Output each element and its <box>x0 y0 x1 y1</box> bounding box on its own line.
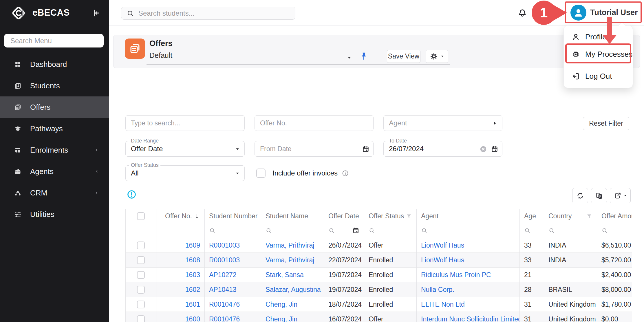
student_name-link[interactable]: Varma, Prithviraj <box>266 241 314 249</box>
export-button[interactable] <box>610 188 631 203</box>
agent-link[interactable]: Nulla Corp. <box>421 286 454 294</box>
arrow-right-icon <box>493 121 497 126</box>
header-cell-agent[interactable]: Agent <box>417 209 520 223</box>
filter-cell-offer_status[interactable] <box>364 223 417 238</box>
header-cell-age[interactable]: Age <box>520 209 544 223</box>
student_name-link[interactable]: Cheng, Jin <box>266 301 297 308</box>
student_number-link[interactable]: R0001003 <box>209 241 240 249</box>
header-cell-offer_no[interactable]: Offer No. <box>156 209 205 223</box>
chevron-down-icon[interactable] <box>347 55 352 60</box>
filter-cell-age[interactable] <box>520 223 544 238</box>
agent-filter[interactable]: Agent <box>383 115 502 131</box>
copy-button[interactable] <box>591 188 607 203</box>
include-invoices-checkbox[interactable] <box>256 169 266 178</box>
clear-icon[interactable] <box>480 145 487 153</box>
filter-cell-offer_amount[interactable] <box>597 223 632 238</box>
student_number-link[interactable]: AP10413 <box>209 286 237 294</box>
sidebar-item-pathways[interactable]: Pathways <box>0 118 109 139</box>
row-checkbox[interactable] <box>137 286 145 294</box>
header-cell-select[interactable] <box>126 209 156 223</box>
save-view-button[interactable]: Save View <box>387 50 420 63</box>
calendar-icon[interactable] <box>362 145 370 153</box>
sidebar-item-agents[interactable]: Agents <box>0 161 109 182</box>
sidebar-item-enrolments[interactable]: Enrolments <box>0 139 109 161</box>
filter-cell-student_number[interactable] <box>205 223 261 238</box>
header-cell-student_number[interactable]: Student Number <box>205 209 261 223</box>
student_number-link[interactable]: R0001003 <box>209 256 240 264</box>
from-date-input[interactable] <box>255 142 350 156</box>
sidebar-search-input[interactable] <box>4 34 104 47</box>
agent-link[interactable]: Ridiculus Mus Proin PC <box>421 271 491 279</box>
offer_no-link[interactable]: 1608 <box>185 256 200 264</box>
sidebar-item-utilities[interactable]: Utilities <box>0 204 109 225</box>
sidebar-item-students[interactable]: Students <box>0 75 109 96</box>
date-range-select[interactable]: Date Range Offer Date <box>125 141 245 157</box>
filter-cell-offer_date[interactable] <box>324 223 364 238</box>
column-search-icon <box>601 227 608 234</box>
student_name-link[interactable]: Salazar, Augustina <box>266 286 321 294</box>
filter-cell-student_name[interactable] <box>261 223 324 238</box>
row-checkbox[interactable] <box>137 241 145 249</box>
cell-age: 33 <box>520 238 544 253</box>
filter-cell-country[interactable] <box>544 223 597 238</box>
cell-agent: LionWolf Haus <box>417 253 520 267</box>
offer-status-select[interactable]: Offer Status All <box>125 165 245 181</box>
offer_no-link[interactable]: 1600 <box>185 315 200 322</box>
to-date-field[interactable]: To Date 26/07/2024 <box>383 141 502 157</box>
sidebar-logo-row: eBECAS <box>0 0 109 26</box>
menu-item-log-out[interactable]: Log Out <box>564 67 633 85</box>
cell-select <box>126 253 156 267</box>
agent-link[interactable]: ELITE Non Ltd <box>421 301 465 308</box>
cell-student_name: Stark, Sansa <box>261 268 324 282</box>
calendar-icon[interactable] <box>491 145 499 153</box>
filter-cell-agent[interactable] <box>417 223 520 238</box>
offer_no-link[interactable]: 1603 <box>185 271 200 279</box>
sidebar-item-dashboard[interactable]: Dashboard <box>0 54 109 75</box>
student_name-link[interactable]: Stark, Sansa <box>266 271 304 279</box>
reset-filter-button[interactable]: Reset Filter <box>583 117 629 130</box>
cell-value: 33 <box>524 256 532 264</box>
offer-no-input[interactable] <box>255 115 374 131</box>
grid-search-input[interactable] <box>125 115 245 131</box>
grid-settings-button[interactable] <box>426 50 448 63</box>
row-checkbox[interactable] <box>137 256 145 264</box>
student-search-input[interactable] <box>138 9 283 17</box>
view-selector[interactable]: Default <box>149 51 172 60</box>
student_number-link[interactable]: R0010476 <box>209 301 240 308</box>
offers-grid: Offer No.Student NumberStudent NameOffer… <box>125 209 632 322</box>
menu-item-my-processes[interactable]: My Processes <box>564 45 633 63</box>
header-cell-offer_date[interactable]: Offer Date <box>324 209 364 223</box>
user-menu-button[interactable]: Tutorial User <box>570 2 642 23</box>
chevron-down-icon <box>235 171 240 176</box>
cell-value: INDIA <box>548 241 566 249</box>
header-cell-offer_amount[interactable]: Offer Amount <box>597 209 632 223</box>
offer_no-link[interactable]: 1601 <box>185 301 200 308</box>
grid-alert-icon[interactable] <box>127 190 136 199</box>
row-checkbox[interactable] <box>137 271 145 279</box>
info-icon[interactable] <box>342 170 349 177</box>
offer_no-link[interactable]: 1609 <box>185 241 200 249</box>
cell-value: BRASIL <box>548 286 572 294</box>
student_number-link[interactable]: R0010476 <box>209 315 240 322</box>
refresh-button[interactable] <box>572 188 588 203</box>
agent-link[interactable]: Interdum Nunc Sollicitudin Limited2 <box>421 315 520 322</box>
offer_no-link[interactable]: 1602 <box>185 286 200 294</box>
student_number-link[interactable]: AP10272 <box>209 271 237 279</box>
student_name-link[interactable]: Cheng, Jin <box>266 315 297 322</box>
select-all-checkbox[interactable] <box>137 212 145 220</box>
header-cell-country[interactable]: Country <box>544 209 597 223</box>
row-checkbox[interactable] <box>137 315 145 322</box>
notifications-bell-icon[interactable] <box>517 7 528 18</box>
sidebar-item-crm[interactable]: CRM <box>0 182 109 204</box>
student_name-link[interactable]: Varma, Prithviraj <box>266 256 314 264</box>
sidebar-item-offers[interactable]: Offers <box>0 96 109 118</box>
agent-link[interactable]: LionWolf Haus <box>421 241 464 249</box>
sidebar-collapse-icon[interactable] <box>92 8 101 18</box>
menu-item-profile[interactable]: Profile <box>564 28 633 45</box>
column-label: Age <box>524 212 536 220</box>
row-checkbox[interactable] <box>137 301 145 308</box>
header-cell-offer_status[interactable]: Offer Status <box>364 209 417 223</box>
agent-link[interactable]: LionWolf Haus <box>421 256 464 264</box>
header-cell-student_name[interactable]: Student Name <box>261 209 324 223</box>
pin-view-icon[interactable] <box>359 51 369 61</box>
